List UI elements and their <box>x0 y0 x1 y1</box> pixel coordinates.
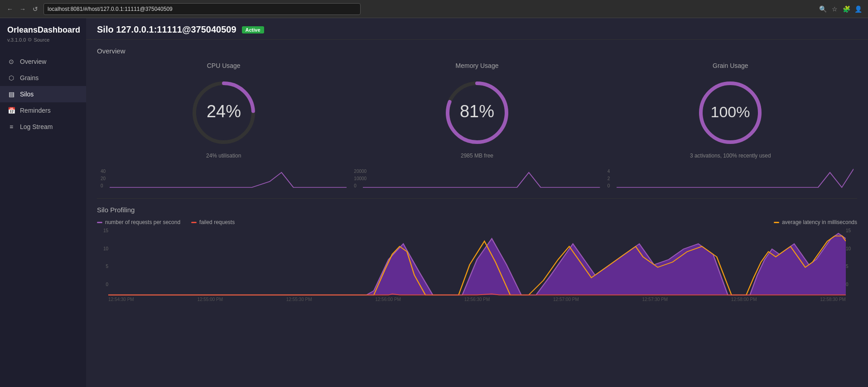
legend-failed: failed requests <box>191 219 235 225</box>
svg-text:24%: 24% <box>207 102 241 121</box>
profile-icon[interactable]: 👤 <box>854 5 863 14</box>
forward-button[interactable]: → <box>18 5 27 14</box>
reminders-icon: 📅 <box>7 107 15 114</box>
url-bar[interactable]: localhost:8081/#/host/127.0.0.1:11111@37… <box>43 3 361 15</box>
grain-mini-chart: 4 2 0 <box>604 166 857 191</box>
svg-marker-9 <box>108 234 846 295</box>
memory-mini-chart: 20000 10000 0 <box>350 166 603 191</box>
legend-latency-label: average latency in milliseconds <box>782 219 857 225</box>
sidebar-item-reminders[interactable]: 📅 Reminders <box>0 102 86 119</box>
memory-gauge: Memory Usage 81% 2985 MB free <box>350 62 603 159</box>
legend-latency-color <box>774 222 779 223</box>
sidebar-item-label: Log Stream <box>20 123 53 130</box>
legend-requests-color <box>97 222 102 223</box>
sidebar-item-grains[interactable]: ⬡ Grains <box>0 70 86 86</box>
browser-toolbar: 🔍 ☆ 🧩 👤 <box>818 5 863 14</box>
cpu-label: CPU Usage <box>207 62 241 69</box>
overview-icon: ⊙ <box>7 58 15 65</box>
browser-chrome: ← → ↺ localhost:8081/#/host/127.0.0.1:11… <box>0 0 868 18</box>
profiling-chart-area: 15 10 5 0 15 10 5 0 <box>97 228 857 296</box>
sidebar-item-label: Overview <box>20 58 46 65</box>
extensions-icon[interactable]: 🧩 <box>842 5 851 14</box>
grain-gauge: Grain Usage 100% 3 activations, 100% rec… <box>604 62 857 159</box>
memory-sub: 2985 MB free <box>461 153 493 159</box>
grain-gauge-svg: 100% <box>694 76 767 149</box>
sidebar-item-logstream[interactable]: ≡ Log Stream <box>0 119 86 135</box>
legend-latency: average latency in milliseconds <box>774 219 857 225</box>
url-text: localhost:8081/#/host/127.0.0.1:11111@37… <box>48 6 173 12</box>
sidebar-item-label: Silos <box>20 91 34 98</box>
cpu-mini-chart: 40 20 0 <box>97 166 350 191</box>
overview-title: Overview <box>97 47 857 55</box>
profiling-section: Silo Profiling number of requests per se… <box>86 199 868 302</box>
grain-scale: 4 2 0 <box>608 168 610 190</box>
profiling-title: Silo Profiling <box>97 206 857 214</box>
page-header: Silo 127.0.0.1:11111@375040509 Active <box>86 18 868 40</box>
sidebar-item-label: Reminders <box>20 107 51 114</box>
grain-label: Grain Usage <box>713 62 748 69</box>
gauges-row: CPU Usage 24% 24% utilisation Memory Usa… <box>97 62 857 162</box>
grains-icon: ⬡ <box>7 74 15 81</box>
profiling-chart-svg-area <box>108 228 846 296</box>
cpu-scale: 40 20 0 <box>101 168 106 190</box>
legend-requests-label: number of requests per second <box>105 219 180 225</box>
brand-title: OrleansDashboard <box>7 25 79 35</box>
app-wrapper: OrleansDashboard v.3.1.0.0 ⊙ Source ⊙ Ov… <box>0 18 868 387</box>
mini-charts-row: 40 20 0 20000 10000 0 <box>97 166 857 191</box>
svg-text:81%: 81% <box>460 102 494 121</box>
memory-chart-svg <box>363 168 600 188</box>
x-axis-labels: 12:54:30 PM 12:55:00 PM 12:55:30 PM 12:5… <box>97 296 857 302</box>
cpu-gauge: CPU Usage 24% 24% utilisation <box>97 62 350 159</box>
status-badge: Active <box>242 26 264 33</box>
bookmark-icon[interactable]: ☆ <box>830 5 839 14</box>
sidebar-nav: ⊙ Overview ⬡ Grains ▤ Silos 📅 Reminders … <box>0 53 86 387</box>
reload-button[interactable]: ↺ <box>31 5 40 14</box>
grain-sub: 3 activations, 100% recently used <box>690 153 771 159</box>
memory-label: Memory Usage <box>456 62 499 69</box>
legend-failed-label: failed requests <box>199 219 235 225</box>
y-axis-right: 15 10 5 0 <box>846 228 857 287</box>
main-content: Silo 127.0.0.1:11111@375040509 Active Ov… <box>86 18 868 387</box>
sidebar-version: v.3.1.0.0 ⊙ Source <box>7 37 79 43</box>
silos-icon: ▤ <box>7 91 15 98</box>
sidebar: OrleansDashboard v.3.1.0.0 ⊙ Source ⊙ Ov… <box>0 18 86 387</box>
sidebar-brand: OrleansDashboard v.3.1.0.0 ⊙ Source <box>0 18 86 46</box>
legend-requests: number of requests per second <box>97 219 180 225</box>
memory-scale: 20000 10000 0 <box>354 168 366 190</box>
legend-failed-color <box>191 222 197 223</box>
back-button[interactable]: ← <box>5 5 14 14</box>
search-icon[interactable]: 🔍 <box>818 5 827 14</box>
legend-row: number of requests per second failed req… <box>97 219 857 225</box>
sidebar-item-overview[interactable]: ⊙ Overview <box>0 53 86 70</box>
y-axis-left: 15 10 5 0 <box>97 228 108 287</box>
page-title: Silo 127.0.0.1:11111@375040509 <box>97 24 236 35</box>
cpu-gauge-svg: 24% <box>188 76 260 149</box>
github-icon: ⊙ <box>28 37 32 43</box>
cpu-sub: 24% utilisation <box>206 153 241 159</box>
overview-section: Overview CPU Usage 24% 24% utilisation M… <box>86 40 868 198</box>
cpu-chart-svg <box>110 168 347 188</box>
grain-chart-svg <box>617 168 854 188</box>
sidebar-item-label: Grains <box>20 74 39 81</box>
sidebar-item-silos[interactable]: ▤ Silos <box>0 86 86 102</box>
profiling-chart-svg <box>108 228 846 296</box>
svg-text:100%: 100% <box>711 103 750 120</box>
logstream-icon: ≡ <box>7 123 15 130</box>
memory-gauge-svg: 81% <box>441 76 513 149</box>
